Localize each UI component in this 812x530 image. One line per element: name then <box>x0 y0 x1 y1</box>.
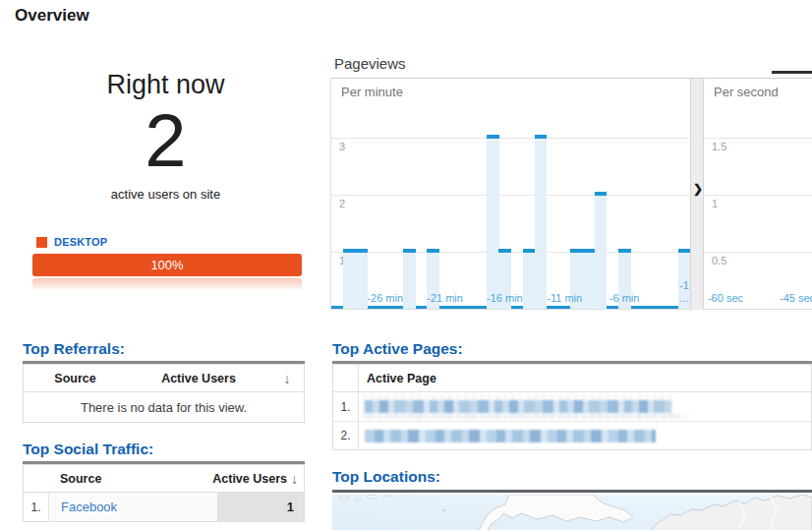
y-axis-tick-label: 0.5 <box>712 255 726 266</box>
redacted-page-url <box>365 400 671 413</box>
top-social-section: Top Social Traffic: Source Active Users … <box>23 441 305 522</box>
desktop-percentage-value: 100% <box>150 258 183 272</box>
sort-descending-icon[interactable]: ↓ <box>270 371 304 386</box>
x-axis-tick-label: -60 sec <box>704 292 750 304</box>
rank-cell: 1. <box>24 493 49 521</box>
x-axis-tick-label: -26 min <box>358 292 413 304</box>
per-second-chart[interactable]: Per second 0.511.5-60 sec-45 sec <box>704 79 812 310</box>
per-second-label: Per second <box>714 85 779 99</box>
top-pages-title: Top Active Pages: <box>332 340 812 358</box>
column-header-source[interactable]: Source <box>24 372 127 385</box>
column-header-source[interactable]: Source <box>24 472 101 486</box>
active-users-cell: 1 <box>217 493 304 521</box>
pageviews-panel: Per minute 123-26 min-21 min-16 min-11 m… <box>330 78 812 310</box>
column-header-active-page[interactable]: Active Page <box>359 372 436 385</box>
x-axis-tick-label: -11 min <box>537 292 592 304</box>
pageviews-bar[interactable] <box>487 135 499 309</box>
pageviews-title: Pageviews <box>334 55 406 72</box>
desktop-legend-label[interactable]: DESKTOP <box>54 236 107 248</box>
y-axis-tick-label: 1 <box>712 198 718 209</box>
y-axis-tick-label: 1.5 <box>712 141 726 152</box>
gridline <box>331 138 690 139</box>
x-axis-tick-label: -16 min <box>477 292 532 304</box>
empty-state-text: There is no data for this view. <box>24 392 304 422</box>
table-header: Source Active Users ↓ <box>24 365 304 392</box>
sort-descending-icon: ↓ <box>291 471 298 487</box>
chevron-right-icon[interactable]: ❯ <box>692 182 704 196</box>
top-social-title: Top Social Traffic: <box>23 441 305 458</box>
top-referrals-section: Top Referrals: Source Active Users ↓ The… <box>23 340 305 423</box>
redacted-page-url-faint <box>365 414 689 419</box>
pageviews-bar[interactable] <box>343 249 356 309</box>
rank-cell: 1. <box>333 392 359 421</box>
active-page-cell <box>359 392 811 421</box>
active-users-subtitle: active users on site <box>27 187 305 202</box>
y-axis-tick-label: 2 <box>339 198 345 209</box>
europe-map-graphic <box>332 495 812 530</box>
right-now-card: Right now 2 active users on site <box>27 69 305 202</box>
top-pages-table: Active Page 1. 2. <box>332 364 812 450</box>
top-social-table: Source Active Users ↓ 1. Facebook 1 <box>23 464 305 522</box>
table-header: Source Active Users ↓ <box>24 465 304 493</box>
x-axis-tick-label: -45 sec <box>773 292 812 304</box>
table-row[interactable]: 1. <box>333 392 811 421</box>
active-users-count: 2 <box>27 100 305 181</box>
gridline <box>704 195 812 196</box>
top-locations-title: Top Locations: <box>332 468 812 486</box>
source-cell: Facebook <box>49 493 217 521</box>
top-referrals-title: Top Referrals: <box>23 340 305 358</box>
per-minute-label: Per minute <box>341 85 403 99</box>
table-header: Active Page <box>333 365 811 392</box>
locations-map[interactable] <box>332 495 812 530</box>
x-axis-tick-label: -1… <box>669 279 690 305</box>
gridline <box>331 195 690 196</box>
top-edge-divider <box>772 71 812 74</box>
desktop-percentage-bar[interactable]: 100% <box>32 254 302 276</box>
redacted-page-url <box>365 430 656 442</box>
gridline <box>704 252 812 253</box>
facebook-link[interactable]: Facebook <box>61 500 117 514</box>
x-axis-tick-label: -6 min <box>597 292 652 304</box>
top-referrals-table: Source Active Users ↓ There is no data f… <box>23 364 305 423</box>
rank-cell: 2. <box>333 422 359 449</box>
table-row[interactable]: 2. <box>333 421 811 449</box>
x-axis-tick-label: -21 min <box>418 292 473 304</box>
chart-divider: ❯ <box>690 79 704 310</box>
per-minute-chart[interactable]: Per minute 123-26 min-21 min-16 min-11 m… <box>331 79 690 310</box>
bar-reflection <box>32 278 302 291</box>
right-now-title: Right now <box>27 69 305 100</box>
section-rule <box>332 490 812 493</box>
column-header-active-users[interactable]: Active Users ↓ <box>212 471 304 487</box>
realtime-overview-page: Overview Right now 2 active users on sit… <box>0 0 812 530</box>
rank-header-cell <box>333 365 359 392</box>
column-header-active-users[interactable]: Active Users <box>127 372 270 385</box>
top-locations-section: Top Locations: <box>332 468 812 530</box>
gridline <box>704 138 812 139</box>
top-pages-section: Top Active Pages: Active Page 1. 2. <box>332 340 812 450</box>
device-legend: DESKTOP <box>36 236 107 248</box>
table-row: 1. Facebook 1 <box>24 493 304 521</box>
active-page-cell <box>359 422 811 449</box>
desktop-legend-swatch-icon <box>36 237 47 248</box>
page-title: Overview <box>15 6 89 26</box>
y-axis-tick-label: 3 <box>339 141 345 152</box>
pageviews-bar[interactable] <box>535 135 548 309</box>
